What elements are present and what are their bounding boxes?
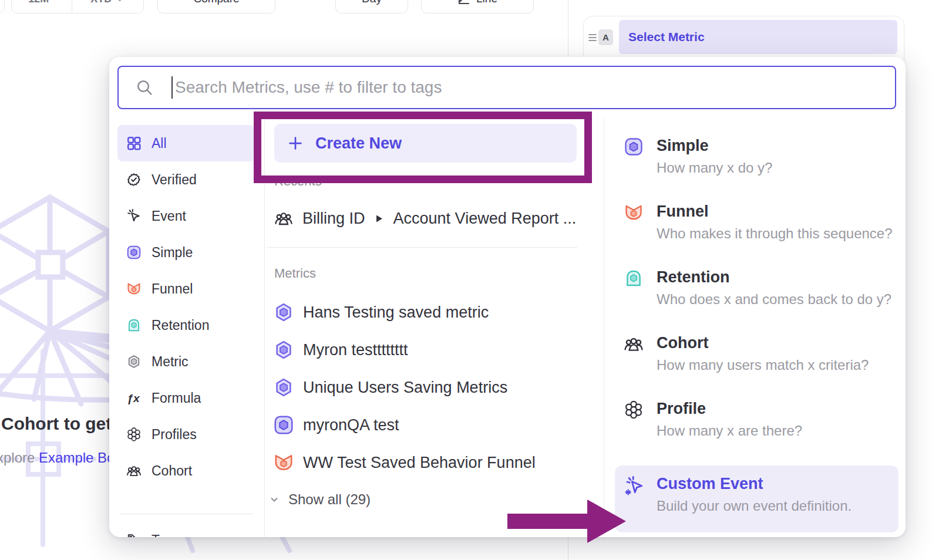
sidebar-item-label: Metric xyxy=(152,354,189,370)
svg-text:ƒx: ƒx xyxy=(127,392,140,404)
plus-icon xyxy=(287,134,304,152)
line-chart-icon xyxy=(457,0,470,5)
series-a-badge: A xyxy=(598,29,613,45)
chevron-down-icon xyxy=(115,0,124,4)
funnel-metric-icon xyxy=(624,203,644,222)
sidebar-item-label: Event xyxy=(152,208,186,224)
grid-icon xyxy=(126,136,142,151)
sidebar-item-formula[interactable]: ƒx Formula xyxy=(117,380,254,416)
type-funnel[interactable]: Funnel Who makes it through this sequenc… xyxy=(604,201,897,242)
verified-badge-icon xyxy=(126,172,142,188)
type-description: Who does x and comes back to do y? xyxy=(657,291,897,308)
show-all-toggle[interactable]: Show all (29) xyxy=(268,489,604,510)
funnel-metric-icon xyxy=(126,281,142,297)
type-cohort[interactable]: Cohort How many users match x criteria? xyxy=(604,333,897,373)
type-description: Who makes it through this sequence? xyxy=(657,225,897,242)
retention-metric-icon xyxy=(624,268,644,288)
metric-hexagon-icon xyxy=(273,339,294,360)
tag-icon xyxy=(126,532,142,538)
metric-list-item[interactable]: WW Test Saved Behavior Funnel xyxy=(264,444,604,481)
search-field-wrap xyxy=(117,66,896,109)
type-title: Cohort xyxy=(657,333,897,353)
sidebar-item-metric[interactable]: Metric xyxy=(117,343,254,380)
recent-item-event-name: Account Viewed Report ... xyxy=(393,210,577,228)
sidebar-item-profiles[interactable]: Profiles xyxy=(117,416,254,453)
cohort-people-icon xyxy=(126,463,142,479)
type-profile[interactable]: Profile How many x are there? xyxy=(604,399,897,439)
metric-list-item[interactable]: Hans Testing saved metric xyxy=(264,294,604,331)
sidebar-item-label: Verified xyxy=(152,172,197,188)
sidebar-item-label: All xyxy=(152,136,167,151)
sidebar-item-label: Formula xyxy=(152,390,201,406)
day-interval-button[interactable]: Day xyxy=(335,0,408,14)
sidebar-item-retention[interactable]: Retention xyxy=(117,307,254,343)
metric-list-item[interactable]: myronQA test xyxy=(264,406,604,444)
chevron-down-icon xyxy=(268,493,281,506)
sidebar-item-all[interactable]: All xyxy=(117,125,254,161)
type-title: Funnel xyxy=(657,201,897,221)
type-description: Build your own event definition. xyxy=(657,498,898,514)
sidebar-item-cohort[interactable]: Cohort xyxy=(117,453,254,489)
sidebar-item-event[interactable]: Event xyxy=(117,198,254,234)
type-description: How many x are there? xyxy=(657,423,897,439)
retention-metric-icon xyxy=(126,318,142,333)
create-new-label: Create New xyxy=(315,134,402,153)
metric-list-item[interactable]: Unique Users Saving Metrics xyxy=(264,369,604,406)
line-label: Line xyxy=(476,0,497,5)
sidebar-item-label: Profiles xyxy=(152,427,197,443)
formula-icon: ƒx xyxy=(126,390,142,406)
simple-metric-icon xyxy=(624,137,644,157)
type-title: Simple xyxy=(657,136,897,156)
sidebar-item-label: Cohort xyxy=(152,463,192,479)
search-icon xyxy=(135,78,154,97)
range-xtd-label: XTD xyxy=(90,0,112,5)
metric-picker-middle-column: Create New Recents Billing ID Account Vi… xyxy=(264,123,604,510)
profiles-flower-icon xyxy=(624,400,644,420)
metric-type-column: Simple How many x do y? Funnel Who makes… xyxy=(604,123,897,537)
show-all-label: Show all (29) xyxy=(288,491,371,508)
drag-handle-icon[interactable] xyxy=(587,31,598,44)
range-12m-button[interactable]: 12M xyxy=(12,0,66,13)
metric-name: Unique Users Saving Metrics xyxy=(303,379,507,397)
type-simple[interactable]: Simple How many x do y? xyxy=(604,136,897,176)
metric-hexagon-icon xyxy=(273,377,294,398)
metrics-header: Metrics xyxy=(274,266,604,281)
metric-list-item[interactable]: Myron testttttttt xyxy=(264,331,604,369)
sidebar-item-label: Simple xyxy=(152,245,193,261)
toolbar-partial-button[interactable] xyxy=(0,0,5,14)
metric-name: Myron testttttttt xyxy=(303,341,408,359)
sidebar-item-label: Funnel xyxy=(152,281,193,297)
sidebar-item-verified[interactable]: Verified xyxy=(117,161,254,198)
event-cursor-icon xyxy=(126,208,142,224)
compare-button[interactable]: Compare xyxy=(157,0,275,14)
sidebar-item-simple[interactable]: Simple xyxy=(117,234,254,271)
metric-name: Hans Testing saved metric xyxy=(303,303,489,322)
explore-prefix: Explore xyxy=(0,450,39,465)
sidebar-item-funnel[interactable]: Funnel xyxy=(117,271,254,307)
search-input[interactable] xyxy=(117,66,896,109)
sidebar-item-tags-partial[interactable]: T xyxy=(117,522,254,537)
metric-hexagon-icon xyxy=(273,302,294,323)
recents-header: Recents xyxy=(274,174,604,189)
select-metric-modal: All Verified Event Simple Funnel xyxy=(109,57,906,537)
funnel-metric-icon xyxy=(273,452,294,473)
select-metric-label: Select Metric xyxy=(628,30,705,44)
sidebar-item-label: T xyxy=(152,532,160,538)
recent-metric-item[interactable]: Billing ID Account Viewed Report ... xyxy=(274,207,604,230)
sidebar-item-label: Retention xyxy=(152,318,209,333)
simple-metric-icon xyxy=(126,245,142,261)
type-title: Retention xyxy=(657,267,897,287)
cohort-people-icon xyxy=(274,209,293,228)
range-xtd-button[interactable]: XTD xyxy=(72,0,143,13)
type-description: How many users match x criteria? xyxy=(657,357,897,373)
type-description: How many x do y? xyxy=(657,160,897,176)
line-chart-type-button[interactable]: Line xyxy=(421,0,534,14)
date-range-control[interactable]: 12M XTD xyxy=(11,0,144,14)
metric-name: myronQA test xyxy=(303,416,399,434)
sidebar-divider xyxy=(119,514,253,514)
select-metric-field[interactable]: Select Metric xyxy=(619,20,897,54)
type-retention[interactable]: Retention Who does x and comes back to d… xyxy=(604,267,897,308)
cohort-people-icon xyxy=(624,334,644,354)
create-new-button[interactable]: Create New xyxy=(274,124,577,163)
type-custom-event[interactable]: Custom Event Build your own event defini… xyxy=(615,465,898,532)
